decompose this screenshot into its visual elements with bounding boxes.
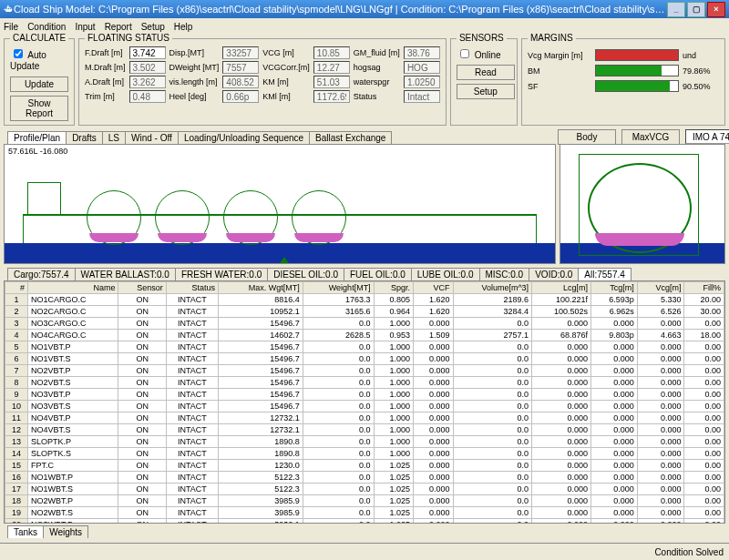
tab[interactable]: LUBE OIL:0.0 (411, 268, 480, 280)
float-value[interactable] (129, 61, 166, 74)
update-button[interactable]: Update (10, 76, 68, 92)
calculate-panel: CALCULATE Auto Update Update Show Report (4, 38, 75, 126)
status-bar: Condition Solved (0, 543, 729, 560)
menu-report[interactable]: Report (105, 22, 132, 32)
maxvcg-button[interactable]: MaxVCG (621, 129, 680, 145)
body-button[interactable]: Body (558, 129, 616, 145)
column-header[interactable]: # (5, 282, 28, 294)
column-header[interactable]: Name (28, 282, 118, 294)
menu-file[interactable]: File (4, 22, 18, 32)
float-value[interactable] (404, 76, 440, 88)
tab[interactable]: Profile/Plan (7, 131, 67, 144)
table-row[interactable]: 2NO2CARGO.CONINTACT10952.13165.60.9641.6… (5, 306, 724, 318)
float-value[interactable] (313, 46, 350, 59)
table-row[interactable]: 13SLOPTK.PONINTACT1890.80.01.0000.0000.0… (5, 436, 724, 448)
setup-button[interactable]: Setup (457, 84, 515, 99)
window-title: Cload Ship Model: C:\Program Files (x86)… (14, 4, 665, 15)
menu-help[interactable]: Help (174, 22, 193, 32)
margin-value: 79.86% (683, 66, 719, 76)
read-button[interactable]: Read (457, 65, 515, 80)
float-value[interactable] (129, 46, 166, 59)
tab[interactable]: Tanks (7, 525, 44, 538)
float-value[interactable] (129, 76, 166, 88)
float-value[interactable] (222, 90, 259, 103)
float-value[interactable] (404, 90, 440, 103)
table-row[interactable]: 8NO2VBT.SONINTACT15496.70.01.0000.0000.0… (5, 377, 724, 389)
tab[interactable]: VOID:0.0 (529, 268, 579, 280)
tab[interactable]: Drafts (66, 131, 103, 144)
margin-label: BM (528, 66, 591, 76)
float-value[interactable] (313, 90, 350, 103)
online-checkbox[interactable]: Online (457, 50, 501, 60)
float-value[interactable] (222, 46, 259, 59)
tab[interactable]: LS (102, 131, 126, 144)
table-row[interactable]: 15FPT.CONINTACT1230.00.01.0250.0000.00.0… (5, 460, 724, 472)
table-row[interactable]: 6NO1VBT.SONINTACT15496.70.01.0000.0000.0… (5, 353, 724, 365)
tab[interactable]: Cargo:7557.4 (7, 268, 76, 280)
table-row[interactable]: 11NO4VBT.PONINTACT12732.10.01.0000.0000.… (5, 412, 724, 424)
table-row[interactable]: 9NO3VBT.PONINTACT15496.70.01.0000.0000.0… (5, 389, 724, 401)
tab[interactable]: FUEL OIL:0.0 (344, 268, 412, 280)
menu-input[interactable]: Input (75, 22, 95, 32)
float-value[interactable] (313, 76, 350, 88)
minimize-button[interactable]: _ (667, 2, 685, 17)
column-header[interactable]: Max. Wgt[MT] (219, 282, 303, 294)
float-value[interactable] (404, 61, 440, 74)
bottom-tabs: TanksWeights (4, 525, 725, 538)
column-header[interactable]: Weight[MT] (303, 282, 374, 294)
menu-setup[interactable]: Setup (141, 22, 165, 32)
maximize-button[interactable]: ▢ (687, 2, 705, 17)
body-view[interactable] (560, 144, 725, 264)
table-row[interactable]: 10NO3VBT.SONINTACT15496.70.01.0000.0000.… (5, 401, 724, 412)
column-header[interactable]: Sensor (118, 282, 166, 294)
column-header[interactable]: Spgr. (374, 282, 413, 294)
float-label: F.Draft [m] (85, 48, 126, 57)
float-value[interactable] (222, 61, 259, 74)
table-row[interactable]: 16NO1WBT.PONINTACT5122.30.01.0250.0000.0… (5, 472, 724, 484)
float-label: Heel [deg] (169, 92, 220, 101)
coord-readout: 57.616L -16.080 (8, 147, 67, 156)
table-row[interactable]: 7NO2VBT.PONINTACT15496.70.01.0000.0000.0… (5, 365, 724, 377)
panel-title: MARGINS (528, 33, 576, 43)
table-row[interactable]: 12NO4VBT.SONINTACT12732.10.01.0000.0000.… (5, 424, 724, 436)
float-value[interactable] (313, 61, 350, 74)
marker-icon (280, 252, 289, 263)
tank-grid[interactable]: #NameSensorStatusMax. Wgt[MT]Weight[MT]S… (4, 280, 725, 524)
column-header[interactable]: Volume[m^3] (453, 282, 532, 294)
tab[interactable]: WATER BALLAST:0.0 (75, 268, 176, 280)
tab[interactable]: Ballast Exchange (309, 131, 392, 144)
table-row[interactable]: 20NO3WBT.PONINTACT3936.10.01.0250.0000.0… (5, 519, 724, 524)
tab[interactable]: DIESEL OIL:0.0 (267, 268, 344, 280)
profile-view[interactable]: 57.616L -16.080 (4, 144, 556, 264)
tab[interactable]: All:7557.4 (578, 268, 631, 280)
margin-bar (595, 49, 679, 61)
criteria-select[interactable]: IMO A 749 Intact Criter… (685, 129, 729, 144)
float-label: KM [m] (262, 77, 310, 87)
table-row[interactable]: 1NO1CARGO.CONINTACT8816.41763.30.8051.62… (5, 294, 724, 306)
auto-update-checkbox[interactable]: Auto Update (10, 50, 46, 71)
float-value[interactable] (222, 76, 259, 88)
table-row[interactable]: 17NO1WBT.SONINTACT5122.30.01.0250.0000.0… (5, 484, 724, 495)
column-header[interactable]: VCF (414, 282, 453, 294)
tab[interactable]: Weights (43, 525, 88, 538)
tab[interactable]: FRESH WATER:0.0 (175, 268, 268, 280)
column-header[interactable]: Lcg[m] (532, 282, 591, 294)
tab[interactable]: MISC:0.0 (479, 268, 530, 280)
column-header[interactable]: Status (166, 282, 218, 294)
column-header[interactable]: Fill% (684, 282, 724, 294)
menu-condition[interactable]: Condition (27, 22, 66, 32)
show-report-button[interactable]: Show Report (10, 96, 68, 121)
table-row[interactable]: 14SLOPTK.SONINTACT1890.80.01.0000.0000.0… (5, 448, 724, 460)
tab[interactable]: Wind - Off (125, 131, 179, 144)
table-row[interactable]: 4NO4CARGO.CONINTACT14602.72628.50.9531.5… (5, 330, 724, 341)
table-row[interactable]: 18NO2WBT.PONINTACT3985.90.01.0250.0000.0… (5, 495, 724, 507)
table-row[interactable]: 5NO1VBT.PONINTACT15496.70.01.0000.0000.0… (5, 341, 724, 353)
column-header[interactable]: Vcg[m] (637, 282, 684, 294)
close-button[interactable]: × (707, 2, 725, 17)
tab[interactable]: Loading/Unloading Sequence (178, 131, 310, 144)
float-value[interactable] (129, 90, 166, 103)
column-header[interactable]: Tcg[m] (591, 282, 638, 294)
float-value[interactable] (404, 46, 440, 59)
table-row[interactable]: 19NO2WBT.SONINTACT3985.90.01.0250.0000.0… (5, 507, 724, 519)
table-row[interactable]: 3NO3CARGO.CONINTACT15496.70.01.0000.0000… (5, 318, 724, 330)
